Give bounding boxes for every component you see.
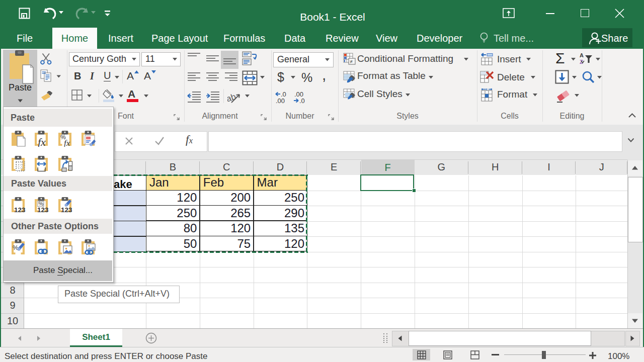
svg-text:Z: Z [580, 59, 583, 65]
svg-text:≠: ≠ [350, 59, 353, 64]
svg-text:123: 123 [14, 206, 26, 213]
svg-text:A: A [580, 52, 584, 58]
svg-text:123: 123 [61, 206, 72, 213]
svg-text:.0: .0 [299, 97, 305, 104]
svg-text:fx: fx [64, 138, 70, 147]
svg-text:%: % [13, 244, 19, 251]
svg-text:.00: .00 [276, 97, 285, 104]
svg-text:fx: fx [38, 136, 46, 147]
svg-text:123: 123 [37, 206, 49, 213]
